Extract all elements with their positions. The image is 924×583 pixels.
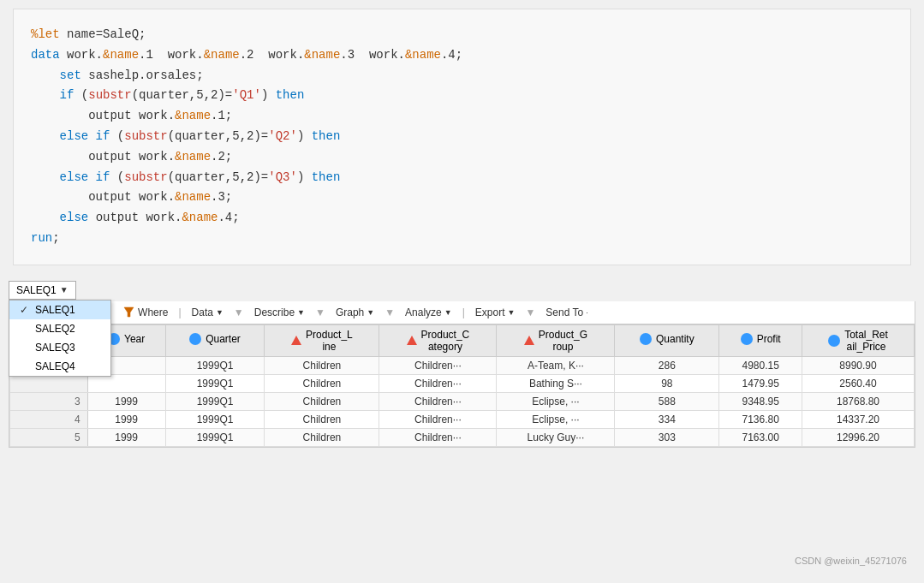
describe-button[interactable]: Describe ▼: [251, 305, 308, 320]
describe-label: Describe: [254, 306, 295, 318]
table-cell: 2560.40: [802, 374, 915, 392]
table-cell: A-Team, K···: [497, 356, 615, 374]
table-cell: 588: [615, 392, 719, 410]
export-button[interactable]: Export ▼: [472, 305, 519, 320]
table-cell: Eclipse, ···: [497, 392, 615, 410]
separator-6: ▼: [523, 306, 537, 318]
data-table: Year Quarter Product_Line: [9, 324, 915, 447]
dropdown-item-saleq1[interactable]: ✓ SALEQ1: [9, 300, 110, 319]
code-line-10: else output work.&name.4;: [31, 208, 893, 229]
table-cell: 1999: [87, 410, 165, 428]
graph-label: Graph: [336, 306, 364, 318]
separator-5: |: [461, 306, 467, 318]
quarter-col-label: Quarter: [206, 333, 241, 345]
graph-button[interactable]: Graph ▼: [332, 305, 378, 320]
col-header-quantity[interactable]: Quantity: [615, 324, 719, 356]
table-cell: Children···: [379, 356, 497, 374]
code-line-6: else if (substr(quarter,5,2)='Q2') then: [31, 127, 893, 147]
table-cell: 286: [615, 356, 719, 374]
dropdown-arrow-icon: ▼: [60, 285, 69, 294]
data-toolbar: rt Query Builder Where | Data: [9, 301, 915, 324]
col-header-quarter[interactable]: Quarter: [165, 324, 265, 356]
code-editor: %let name=SaleQ; data work.&name.1 work.…: [13, 9, 911, 265]
table-cell: 5: [10, 428, 88, 446]
checkmark-icon: ✓: [20, 304, 30, 316]
table-cell: Children···: [379, 428, 497, 446]
product-cat-char-icon: [407, 336, 417, 345]
quarter-numeric-icon: [189, 333, 201, 345]
table-row[interactable]: 319991999Q1ChildrenChildren···Eclipse, ·…: [10, 392, 915, 410]
col-header-profit[interactable]: Profit: [719, 324, 802, 356]
table-cell: 1999: [87, 392, 165, 410]
profit-numeric-icon: [741, 333, 753, 345]
analyze-button[interactable]: Analyze ▼: [402, 305, 456, 320]
table-row[interactable]: 519991999Q1ChildrenChildren···Lucky Guy·…: [10, 428, 915, 446]
product-group-col-label: Product_Group: [539, 329, 587, 353]
watermark: CSDN @weixin_45271076: [795, 556, 907, 566]
watermark-text: CSDN @weixin_45271076: [795, 556, 907, 566]
send-to-arrow-icon: ·: [586, 308, 588, 317]
table-cell: 334: [615, 410, 719, 428]
table-body: 1999Q1ChildrenChildren···A-Team, K···286…: [10, 356, 915, 446]
col-header-total-retail[interactable]: Total_Retail_Price: [802, 324, 915, 356]
code-line-3: set sashelp.orsales;: [31, 66, 893, 86]
table-cell: 4980.15: [719, 356, 802, 374]
table-cell: 7163.00: [719, 428, 802, 446]
graph-arrow-icon: ▼: [367, 308, 374, 317]
data-table-container: Year Quarter Product_Line: [9, 324, 915, 448]
table-cell: Children: [265, 392, 379, 410]
col-header-product-category[interactable]: Product_Category: [379, 324, 497, 356]
separator-4: ▼: [383, 306, 396, 318]
table-cell: Children: [265, 374, 379, 392]
analyze-arrow-icon: ▼: [444, 308, 452, 317]
product-grp-char-icon: [524, 336, 534, 345]
table-cell: 8990.90: [802, 356, 915, 374]
dataset-dropdown-menu: ✓ SALEQ1 SALEQ2 SALEQ3 SALEQ4: [9, 300, 111, 377]
where-label: Where: [138, 306, 168, 318]
table-cell: Lucky Guy···: [497, 428, 615, 446]
dropdown-item-saleq4[interactable]: SALEQ4: [9, 357, 110, 376]
code-line-2: data work.&name.1 work.&name.2 work.&nam…: [31, 45, 893, 66]
table-cell: Bathing S···: [497, 374, 615, 392]
total-retail-col-label: Total_Retail_Price: [844, 329, 888, 353]
table-cell: 3: [10, 392, 88, 410]
code-line-5: output work.&name.1;: [31, 106, 893, 127]
export-label: Export: [475, 306, 505, 318]
dataset-dropdown-button[interactable]: SALEQ1 ▼: [9, 281, 76, 300]
table-row[interactable]: 419991999Q1ChildrenChildren···Eclipse, ·…: [10, 410, 915, 428]
dropdown-label-saleq3: SALEQ3: [35, 342, 75, 354]
table-cell: Children: [265, 410, 379, 428]
dropdown-label-saleq4: SALEQ4: [35, 360, 75, 372]
analyze-label: Analyze: [405, 306, 442, 318]
table-cell: 14337.20: [802, 410, 915, 428]
dropdown-item-saleq2[interactable]: SALEQ2: [9, 319, 110, 338]
col-header-product-group[interactable]: Product_Group: [497, 324, 615, 356]
table-row[interactable]: 1999Q1ChildrenChildren···A-Team, K···286…: [10, 356, 915, 374]
table-cell: [10, 374, 88, 392]
table-cell: 98: [615, 374, 719, 392]
table-header-row: Year Quarter Product_Line: [10, 324, 915, 356]
table-cell: 1999: [87, 428, 165, 446]
send-to-button[interactable]: Send To ·: [542, 305, 591, 320]
dataset-selector[interactable]: SALEQ1 ▼ ✓ SALEQ1 SALEQ2 SALEQ3 SALEQ4: [9, 281, 76, 300]
table-cell: 1999Q1: [165, 392, 265, 410]
data-button[interactable]: Data ▼: [188, 305, 227, 320]
code-line-1: %let name=SaleQ;: [31, 25, 893, 45]
year-col-label: Year: [124, 333, 145, 345]
product-category-col-label: Product_Category: [421, 329, 470, 353]
table-row[interactable]: 1999Q1ChildrenChildren···Bathing S···981…: [10, 374, 915, 392]
dropdown-label-saleq2: SALEQ2: [35, 323, 75, 335]
separator-2: ▼: [232, 306, 246, 318]
profit-col-label: Profit: [757, 333, 781, 345]
describe-arrow-icon: ▼: [297, 308, 305, 317]
table-cell: 1999Q1: [165, 410, 265, 428]
col-header-product-line[interactable]: Product_Line: [265, 324, 379, 356]
table-cell: [87, 374, 165, 392]
quantity-numeric-icon: [640, 333, 652, 345]
dataset-current-label: SALEQ1: [16, 284, 57, 296]
separator-3: ▼: [313, 306, 327, 318]
dropdown-item-saleq3[interactable]: SALEQ3: [9, 338, 110, 357]
code-line-11: run;: [31, 229, 893, 249]
where-button[interactable]: Where: [118, 304, 171, 321]
product-line-col-label: Product_Line: [306, 329, 353, 353]
